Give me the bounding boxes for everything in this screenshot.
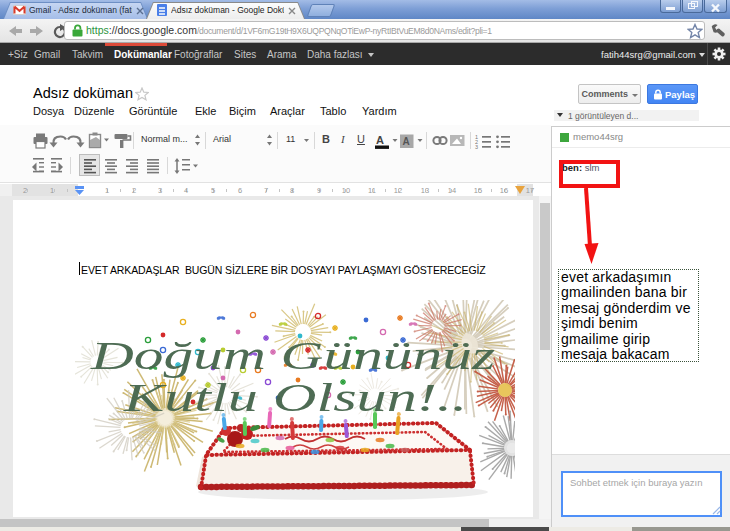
svg-text:3: 3 [475, 144, 478, 150]
svg-text:A: A [403, 136, 410, 147]
svg-text:Kutlu Olsun!..: Kutlu Olsun!.. [123, 374, 467, 420]
svg-text:Doğum Gününüz: Doğum Gününüz [90, 332, 495, 378]
svg-text:A: A [376, 134, 384, 146]
